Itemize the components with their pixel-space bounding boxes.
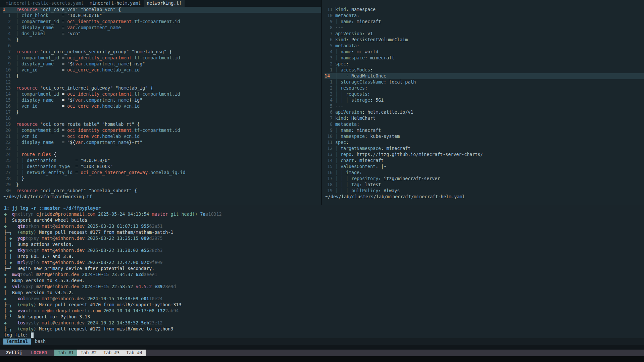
log-line[interactable]: │ ◆ mrlyvplo matt@einhorn.dev 2025-03-22…	[4, 260, 644, 266]
editor-pane-minecraft-helm-yaml[interactable]: 11 kind: Namespace 10 metadata: 9 │ name…	[322, 0, 644, 205]
shell-name[interactable]: bash	[35, 338, 46, 345]
code-line[interactable]: 5 }	[3, 37, 321, 43]
terminal-chip[interactable]: Terminal	[3, 339, 31, 345]
code-line[interactable]: 21 │ vcn_id = oci_core_vcn.homelab_vcn.i…	[3, 134, 321, 140]
code-line[interactable]: 12	[3, 79, 321, 85]
buffer-tab-minecraft-helm[interactable]: minecraft-helm.yaml	[87, 0, 144, 7]
code-line[interactable]: 28 │ }	[3, 176, 321, 182]
log-line[interactable]: │ │ Drop EOL 3.7 and 3.8.	[4, 254, 644, 260]
zellij-tab-3[interactable]: Tab #3	[100, 350, 123, 356]
code-line[interactable]: 23 │	[3, 146, 321, 152]
log-line[interactable]: │ ◆ tkynxvqz matt@einhorn.dev 2025-03-22…	[4, 248, 644, 254]
code-line[interactable]: 11 spec:	[325, 140, 644, 146]
log-line[interactable]: ◆ qmxttryn cjriddz@protonmail.com 2025-0…	[4, 211, 644, 217]
zellij-tab-1[interactable]: Tab #1	[54, 350, 77, 356]
code-line[interactable]: 16 │ │ image:	[325, 170, 644, 176]
log-line[interactable]: │ ◆ vvxxlrnu me@mirkogalimberti.com 2024…	[4, 308, 644, 314]
code-line[interactable]: 16 │ vcn_id = oci_core_vcn.homelab_vcn.i…	[3, 103, 321, 109]
code-line[interactable]: 3 │ display_name = var.compartment_name	[3, 25, 321, 31]
code-line[interactable]: 9 │ name: minecraft	[325, 19, 644, 25]
log-line[interactable]: ◆ mwqtswol matt@einhorn.dev 2024-10-15 2…	[4, 272, 644, 278]
shell-prompt[interactable]: log file:	[4, 332, 644, 338]
code-line[interactable]: 2 │ compartment_id = oci_identity_compar…	[3, 19, 321, 25]
code-line[interactable]: 8 metadata:	[325, 121, 644, 127]
log-line[interactable]: ◆ losuysty matt@einhorn.dev 2024-10-12 1…	[4, 320, 644, 326]
code-line[interactable]: 14 │ compartment_id = oci_identity_compa…	[3, 91, 321, 97]
code-line[interactable]: 18	[3, 115, 321, 121]
code-line[interactable]: 6	[3, 43, 321, 49]
buffer-tab-networking-tf[interactable]: networking.tf	[144, 0, 185, 7]
code-line[interactable]: 27 │ │ network_entity_id = oci_core_inte…	[3, 170, 321, 176]
code-line[interactable]: 7 apiVersion: v1	[325, 31, 644, 37]
log-line[interactable]: ├─╮ (empty) Merge pull request #172 from…	[4, 326, 644, 332]
code-line[interactable]: 2 spec:	[325, 61, 644, 67]
jj-log-output: ◆ qmxttryn cjriddz@protonmail.com 2025-0…	[4, 211, 644, 332]
zellij-tab-2[interactable]: Tab #2	[77, 350, 100, 356]
code-line[interactable]: 4 │ name: mc-world	[325, 49, 644, 55]
code-line[interactable]: 24 │ route_rules {	[3, 152, 321, 158]
log-line[interactable]: │ │ Bump actions version.	[4, 242, 644, 248]
code-line[interactable]: 9 │ name: minecraft	[325, 127, 644, 134]
code-line[interactable]: 10 │ vcn_id = oci_core_vcn.homelab_vcn.i…	[3, 67, 321, 73]
log-line[interactable]: │ Bump version to 4.5.3.dev0.	[4, 278, 644, 284]
code-line[interactable]: 18 │ │ │ tag: latest	[325, 182, 644, 188]
code-line[interactable]: 30 resource "oci_core_subnet" "homelab_s…	[3, 188, 321, 194]
code-line[interactable]: 8 ---	[325, 25, 644, 31]
code-line[interactable]: 25 │ │ destination = "0.0.0.0/0"	[3, 158, 321, 164]
code-line[interactable]: 22 │ display_name = "${var.compartment_n…	[3, 140, 321, 146]
code-line[interactable]: 5 ---	[325, 103, 644, 109]
code-line[interactable]: 5 metadata:	[325, 43, 644, 49]
code-line[interactable]: 20 │ compartment_id = oci_identity_compa…	[3, 127, 321, 134]
code-line[interactable]: 10 │ namespace: kube-system	[325, 134, 644, 140]
code-line[interactable]: 4 │ │ │ storage: 5Gi	[325, 97, 644, 103]
zellij-tab-4[interactable]: Tab #4	[123, 350, 146, 356]
code-line[interactable]: 3 │ namespace: minecraft	[325, 55, 644, 61]
code-line[interactable]: 3 │ │ requests:	[325, 91, 644, 97]
code-line[interactable]: 14 │ │ - ReadWriteOnce	[325, 73, 644, 79]
code-line[interactable]: 29 }	[3, 182, 321, 188]
yaml-code: 11 kind: Namespace 10 metadata: 9 │ name…	[322, 7, 644, 194]
code-line[interactable]: 19 resource "oci_core_route_table" "home…	[3, 121, 321, 127]
code-line[interactable]: 26 │ │ destination_type = "CIDR_BLOCK"	[3, 164, 321, 170]
code-line[interactable]: 17 }	[3, 109, 321, 115]
code-line[interactable]: 1 │ storageClassName: local-path	[325, 79, 644, 85]
code-line[interactable]: 7 resource "oci_core_network_security_gr…	[3, 49, 321, 55]
code-line[interactable]: 2 │ resources:	[325, 85, 644, 91]
log-line[interactable]: ├─╮ (empty) Merge pull request #177 from…	[4, 229, 644, 236]
prompt-line[interactable]: log file:	[4, 332, 644, 338]
code-line[interactable]: 1 │ accessModes:	[325, 67, 644, 73]
code-line[interactable]: 15 │ display_name = "${var.compartment_n…	[3, 97, 321, 103]
code-line[interactable]: 13 │ repo: https://itzg.github.io/minecr…	[325, 152, 644, 158]
log-line[interactable]: ◆ vvlsvpxp matt@einhorn.dev 2024-10-15 2…	[4, 284, 644, 290]
code-line[interactable]: 6 apiVersion: helm.cattle.io/v1	[325, 109, 644, 115]
log-line[interactable]: ◆ xolmnzvw matt@einhorn.dev 2024-10-15 1…	[4, 296, 644, 302]
log-line[interactable]: │ Bump version to v4.5.2.	[4, 290, 644, 296]
log-line[interactable]: ├─╯ Add support for Python 3.13	[4, 314, 644, 320]
code-line[interactable]: 17 │ │ │ repository: itzg/minecraft-serv…	[325, 176, 644, 182]
terminal-pane-title: 1: jj log -r ::master ~/d/ffpyplayer	[4, 205, 644, 211]
log-line[interactable]: ├─╮ (empty) Merge pull request #170 from…	[4, 302, 644, 308]
code-line[interactable]: 7 kind: HelmChart	[325, 115, 644, 121]
code-line[interactable]: 13 resource "oci_core_internet_gateway" …	[3, 85, 321, 91]
log-line[interactable]: ├─╯ Begin new primary device after poten…	[4, 266, 644, 272]
code-line[interactable]: 10 metadata:	[325, 13, 644, 19]
terminal-pane[interactable]: 1: jj log -r ::master ~/d/ffpyplayer ◆ q…	[0, 205, 644, 338]
code-line[interactable]: 15 │ valuesContent: |-	[325, 164, 644, 170]
code-line[interactable]: 11 }	[3, 73, 321, 79]
code-line[interactable]: 9 │ display_name = "${var.compartment_na…	[3, 61, 321, 67]
editor-pane-networking-tf[interactable]: minecraft-restic-secrets.yaml minecraft-…	[0, 0, 321, 205]
statusline-path-right: ~/dev/lab/clusters/lab/minecraft/minecra…	[322, 194, 644, 200]
code-line[interactable]: 11 kind: Namespace	[325, 7, 644, 13]
log-line[interactable]: │ Support aarch64 wheel builds	[4, 217, 644, 223]
code-line[interactable]: 6 kind: PersistentVolumeClaim	[325, 37, 644, 43]
code-line[interactable]: 8 │ compartment_id = oci_identity_compar…	[3, 55, 321, 61]
log-line[interactable]: │ ◆ yqptqxsy matt@einhorn.dev 2025-03-22…	[4, 236, 644, 242]
code-line[interactable]: 1 │ cidr_block = "10.0.0.0/16"	[3, 13, 321, 19]
buffer-tab-minecraft-restic-secrets[interactable]: minecraft-restic-secrets.yaml	[3, 0, 87, 7]
code-line[interactable]: 4 │ dns_label = "vcn"	[3, 31, 321, 37]
code-line[interactable]: 1 resource "oci_core_vcn" "homelab_vcn" …	[3, 7, 321, 13]
code-line[interactable]: 14 │ chart: minecraft	[325, 158, 644, 164]
log-line[interactable]: ◆ qtnorkxn matt@einhorn.dev 2025-03-23 0…	[4, 223, 644, 229]
code-line[interactable]: 12 │ targetNamespace: minecraft	[325, 146, 644, 152]
code-line[interactable]: 19 │ │ │ pullPolicy: Always	[325, 188, 644, 194]
